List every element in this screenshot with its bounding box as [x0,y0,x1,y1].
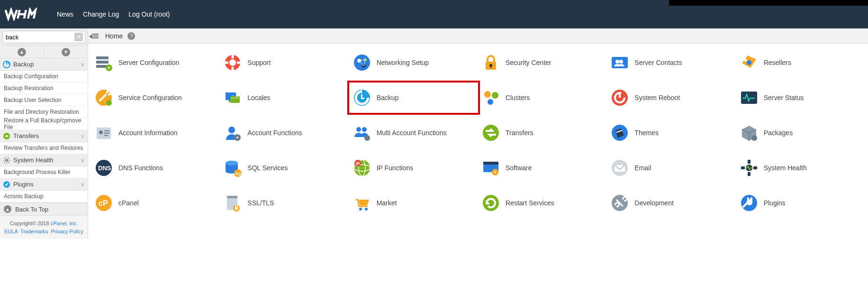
server-config-icon [95,54,113,72]
tile-label: Themes [634,129,659,137]
svg-rect-67 [483,162,498,165]
tile-ip-functions[interactable]: IPIP Functions [353,157,474,178]
tile-market[interactable]: Market [353,193,474,213]
sidebar-item[interactable]: Backup User Selection [0,94,88,106]
footer-trademarks-link[interactable]: Trademarks [20,229,48,234]
tile-label: Multi Account Functions [377,129,447,137]
tile-account-functions[interactable]: Account Functions [224,122,345,143]
section-label: Transfers [13,132,39,139]
tile-ssl-tls[interactable]: SSL/TLS [224,193,345,213]
software-icon [482,159,500,177]
tile-security-center[interactable]: Security Center [482,52,603,73]
tile-label: Server Status [764,94,804,101]
tile-themes[interactable]: Themes [611,122,732,143]
sidebar-item[interactable]: Restore a Full Backup/cpmove File [0,118,88,130]
tile-sql-services[interactable]: SQLSQL Services [224,157,345,178]
tile-resellers[interactable]: Resellers [740,52,861,73]
tile-development[interactable]: Development [611,193,732,213]
tile-label: Service Configuration [118,94,182,101]
tile-server-contacts[interactable]: Server Contacts [611,52,732,73]
help-icon[interactable]: ? [127,32,135,40]
svg-point-51 [364,135,370,141]
tile-account-information[interactable]: Account Information [95,122,216,143]
tile-locales[interactable]: こんLocales [224,87,345,108]
collapse-all-button[interactable]: ▲ [0,46,44,58]
sidebar-item[interactable]: Backup Restoration [0,83,88,94]
nav-news[interactable]: News [57,10,73,18]
search-input[interactable] [2,31,85,43]
footer-cpanel-link[interactable]: cPanel, Inc. [51,221,78,226]
sidebar-section-backup[interactable]: Backup∨ [0,58,88,71]
ip-icon: IP [353,159,371,177]
tile-software[interactable]: Software [482,157,603,178]
expand-all-button[interactable]: ▼ [44,46,88,58]
tile-cpanel[interactable]: cPcPanel [95,193,216,213]
sidebar-section-plugins[interactable]: Plugins∨ [0,178,88,191]
sidebar: ✕ ▲ ▼ Backup∨Backup ConfigurationBackup … [0,28,88,239]
packages-icon [740,124,758,142]
sidebar-item[interactable]: Acronis Backup [0,191,88,202]
tile-multi-account-functions[interactable]: Multi Account Functions [353,122,474,143]
svg-point-35 [492,92,498,99]
tile-label: Networking Setup [377,59,429,66]
back-to-top[interactable]: ▲ Back To Top [0,202,88,216]
tile-label: Server Contacts [634,59,682,66]
svg-point-12 [108,67,110,69]
tile-support[interactable]: Support [224,52,345,73]
tile-system-health[interactable]: System Health [740,157,861,178]
clusters-icon [482,89,500,107]
footer-privacy-link[interactable]: Privacy Policy [51,229,83,234]
svg-point-46 [228,127,235,133]
tile-service-configuration[interactable]: Service Configuration [95,87,216,108]
tile-packages[interactable]: Packages [740,122,861,143]
nav-changelog[interactable]: Change Log [83,10,119,18]
svg-point-49 [356,127,361,132]
svg-point-42 [99,130,103,134]
svg-rect-8 [96,56,108,59]
sidebar-item[interactable]: File and Directory Restoration [0,106,88,118]
tile-backup[interactable]: Backup [347,81,480,115]
footer-eula-link[interactable]: EULA [4,229,18,234]
sidebar-item[interactable]: Review Transfers and Restores [0,142,88,154]
themes-icon [611,124,629,142]
svg-point-83 [359,208,362,211]
resellers-icon [740,54,758,72]
tile-label: Security Center [506,59,551,66]
reboot-icon [611,89,629,107]
sidebar-toggle-icon[interactable] [92,34,100,38]
svg-point-23 [615,60,619,64]
chevron-down-icon: ∨ [77,133,85,139]
svg-rect-75 [741,166,745,169]
tile-system-reboot[interactable]: System Reboot [611,87,732,108]
search-clear-icon[interactable]: ✕ [74,33,83,41]
breadcrumb-bar: Home ? [88,28,868,44]
svg-point-24 [619,60,623,64]
sidebar-section-system-health[interactable]: System Health∨ [0,154,88,166]
sidebar-section-transfers[interactable]: Transfers∨ [0,130,88,142]
section-icon [3,61,10,68]
transfers-icon [482,124,500,142]
networking-icon [353,54,371,72]
tile-transfers[interactable]: Transfers [482,122,603,143]
tile-server-status[interactable]: Server Status [740,87,861,108]
section-label: Backup [13,61,34,68]
sidebar-item[interactable]: Backup Configuration [0,71,88,83]
sql-icon: SQL [224,159,242,177]
tile-label: Plugins [764,199,786,207]
tile-email[interactable]: Email [611,157,732,178]
footer: Copyright© 2018 cPanel, Inc. EULA Tradem… [0,216,88,239]
up-arrow-icon: ▲ [4,205,11,213]
tile-server-configuration[interactable]: Server Configuration [95,52,216,73]
section-icon [3,181,10,188]
tile-plugins[interactable]: Plugins [740,193,861,213]
tile-label: System Reboot [634,94,680,101]
tile-networking-setup[interactable]: Networking Setup [353,52,474,73]
tile-clusters[interactable]: Clusters [482,87,603,108]
svg-point-6 [5,159,8,162]
sidebar-item[interactable]: Background Process Killer [0,166,88,178]
svg-text:cP: cP [99,199,108,207]
service-config-icon [95,89,113,107]
nav-logout[interactable]: Log Out (root) [128,10,170,18]
tile-restart-services[interactable]: Restart Services [482,193,603,213]
tile-dns-functions[interactable]: DNSDNS Functions [95,157,216,178]
